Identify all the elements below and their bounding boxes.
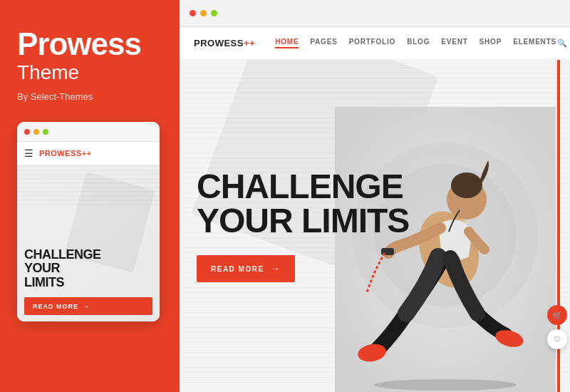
svg-point-8 [374,379,517,391]
site-navigation: PROWESS++ HOME PAGES PORTFOLIO BLOG EVEN… [180,27,570,60]
nav-item-portfolio[interactable]: PORTFOLIO [349,38,396,48]
svg-point-5 [451,172,482,198]
mobile-hero: CHALLENGE YOUR LIMITS READ MORE → [17,165,160,321]
mobile-mockup: ☰ PROWESS++ CHALLENGE YOUR LIMITS READ M… [17,122,160,321]
search-icon[interactable]: 🔍 [556,38,568,49]
nav-item-event[interactable]: EVENT [441,38,467,48]
theme-title: Prowess [17,29,141,60]
mobile-cta-button[interactable]: READ MORE → [24,297,152,315]
nav-links: HOME PAGES PORTFOLIO BLOG EVENT SHOP ELE… [275,38,556,48]
theme-by: By Select-Themes [17,91,93,102]
browser-dot-yellow [200,10,207,16]
right-panel: PROWESS++ HOME PAGES PORTFOLIO BLOG EVEN… [177,0,570,392]
floating-wishlist-icon[interactable]: ♡ [547,329,567,349]
side-icons: 🛒 ♡ [547,305,567,349]
browser-dot-red [190,10,196,16]
nav-item-blog[interactable]: BLOG [407,38,430,48]
browser-chrome [180,0,570,27]
hero-content: CHALLENGE YOUR LIMITS READ MORE → [180,170,426,282]
nav-item-pages[interactable]: PAGES [310,38,337,48]
floating-cart-icon[interactable]: 🛒 [547,305,567,325]
nav-item-elements[interactable]: ELEMENTS [513,38,556,48]
mobile-dot-yellow [33,129,39,135]
left-panel: Prowess Theme By Select-Themes ☰ PROWESS… [0,0,177,392]
arrow-icon: → [271,264,281,274]
mobile-headline: CHALLENGE YOUR LIMITS [24,248,152,290]
mobile-nav-bar: ☰ PROWESS++ [17,142,160,165]
arrow-icon: → [83,302,90,310]
nav-item-shop[interactable]: SHOP [480,38,502,48]
nav-icons: 🔍 🛒 ☰ [556,38,570,49]
hero-headline: CHALLENGE YOUR LIMITS [197,170,409,238]
site-logo: PROWESS++ [194,38,255,48]
nav-item-home[interactable]: HOME [275,38,299,48]
theme-subtitle: Theme [17,61,79,84]
hero-section: CHALLENGE YOUR LIMITS READ MORE → [180,60,570,392]
mobile-logo: PROWESS++ [39,149,92,158]
mobile-dot-red [24,129,30,135]
browser-dot-green [211,10,217,16]
mobile-top-bar [17,122,160,142]
hamburger-icon[interactable]: ☰ [24,148,33,159]
hero-cta-button[interactable]: READ MORE → [197,255,295,282]
mobile-dot-green [43,129,48,135]
